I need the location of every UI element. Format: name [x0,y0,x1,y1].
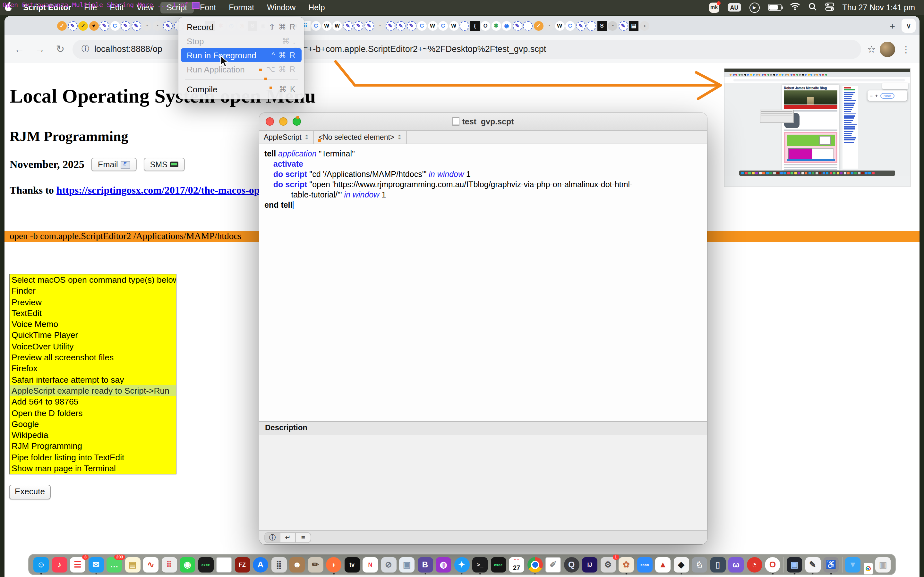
list-option[interactable]: Finder [10,285,176,297]
new-tab-button[interactable]: + [883,20,901,31]
browser-tab-favicon[interactable]: W [428,21,437,31]
dock-icon-textedit[interactable]: ✐ [545,557,561,572]
menubar-clock[interactable]: Thu 27 Nov 1:41 pm [842,3,915,12]
browser-tab-favicon[interactable]: ✎ [512,21,522,31]
dock-icon-launchpad[interactable]: ⠿ [162,557,177,572]
list-option[interactable]: Open the D folders [10,408,176,419]
tab-search-chevron-icon[interactable]: ∨ [901,19,916,33]
browser-tab-favicon[interactable]: ✎ [364,21,374,31]
wifi-icon[interactable] [790,3,800,12]
list-option[interactable]: Preview all screenshot files [10,352,176,363]
browser-tab-favicon[interactable]: ◔ [142,21,152,31]
dock-icon-screen-sharing[interactable]: ▣ [787,557,802,572]
dock-icon-apple-tv[interactable]: tv [344,557,360,572]
browser-tab-favicon[interactable]: W [322,21,331,31]
browser-tab-favicon[interactable]: ✎ [99,21,109,31]
browser-tab-favicon[interactable]: ✎ [131,21,141,31]
playback-menu-icon[interactable]: ▶ [749,2,759,13]
browser-tab-favicon[interactable] [523,21,533,31]
dock-icon-filezilla[interactable]: FZ [234,557,250,572]
dock-icon-inkscape[interactable]: ◆ [674,557,689,572]
dock-icon-prism-app[interactable]: ▲ [655,557,670,572]
list-option[interactable]: Wikipedia [10,430,176,441]
menu-item-run-application[interactable]: Run Application⌥ ⌘ R [181,62,302,76]
site-info-icon[interactable]: ⓘ [81,44,89,55]
browser-tab-favicon[interactable]: ◔ [152,21,162,31]
browser-tab-favicon[interactable]: S [597,21,607,31]
code-editor[interactable]: tell application "Terminal" activate do … [259,144,707,421]
sms-button[interactable]: SMS [144,158,184,171]
return-log-button[interactable]: ↵ [280,533,295,542]
language-popup[interactable]: AppleScript⇕ [259,131,314,143]
dock-icon-speedtest[interactable]: ◔ [746,557,762,572]
dock-icon-contacts[interactable]: ☻ [289,557,305,572]
dock-icon-iphone-mirroring[interactable]: ▯ [710,557,725,572]
menu-item-run-in-foreground[interactable]: Run in Foreground^ ⌘ R [181,48,302,62]
dock-icon-notes[interactable]: ▤ [125,557,140,572]
dock-icon-quicktime[interactable]: Q [564,557,579,572]
dock-icon-app-store[interactable]: A [253,557,268,572]
list-option[interactable]: RJM Programming [10,441,176,452]
battery-icon[interactable] [768,4,781,11]
browser-tab-favicon[interactable]: ✎ [618,21,628,31]
browser-tab-favicon[interactable]: G [417,21,427,31]
browser-tab-favicon[interactable]: ♥ [89,21,99,31]
dock-icon-podcasts[interactable]: ◍ [436,557,451,572]
menubar-item-format[interactable]: Format [222,2,260,13]
browser-tab-favicon[interactable]: ◑ [640,21,649,31]
list-option[interactable]: QuickTime Player [10,330,176,341]
browser-tab-favicon[interactable]: ✓ [533,21,543,31]
dock-icon-firefox[interactable]: ◗ [326,557,341,572]
browser-tab-favicon[interactable]: ✎ [68,21,78,31]
browser-tab-favicon[interactable] [586,21,596,31]
browser-tab-favicon[interactable]: ✎ [407,21,416,31]
forward-icon[interactable]: → [31,43,48,55]
browser-tab-favicon[interactable]: ▤ [629,21,638,31]
dock-icon-trash[interactable]: ▥ [875,557,891,572]
list-log-button[interactable]: ≡ [295,533,310,542]
menu-item-compile[interactable]: Compile⌘ K [181,82,302,96]
dock-icon-paint-palette[interactable]: ✿ [619,557,634,572]
dock-icon-finder[interactable]: ☺ [33,557,49,572]
browser-tab-favicon[interactable]: ✽ [491,21,501,31]
browser-tab-favicon[interactable]: ✎ [385,21,395,31]
menubar-item-window[interactable]: Window [260,2,302,13]
profile-avatar[interactable] [880,41,895,57]
browser-tab-favicon[interactable]: ◔ [544,21,554,31]
dock-icon-safari[interactable]: ✦ [454,557,469,572]
spotlight-search-icon[interactable] [808,2,817,13]
browser-tab-favicon[interactable]: W [333,21,342,31]
browser-tab-favicon[interactable]: O [481,21,490,31]
bookmark-star-icon[interactable]: ☆ [867,43,876,55]
back-icon[interactable]: ← [11,43,27,55]
dock-icon-music[interactable]: ♪ [52,557,67,572]
list-option[interactable]: TextEdit [10,308,176,319]
browser-tab-favicon[interactable]: ✎ [354,21,363,31]
input-source-badge[interactable]: AU [727,3,741,11]
element-popup[interactable]: <No selected element>⇕ [314,131,407,143]
dock-icon-cat-app[interactable]: ω [728,557,744,572]
execute-button[interactable]: Execute [9,485,51,500]
dock-icon-markup[interactable]: ✎ [805,557,821,572]
dock-icon-opera[interactable]: O [765,557,780,572]
dock-icon-news[interactable]: N [363,557,378,572]
dock-icon-accessibility[interactable]: ♿ [823,557,838,572]
dock-icon-freeform[interactable]: ∿ [143,557,158,572]
dock-icon-messages[interactable]: …203 [107,557,122,572]
browser-tab-favicon[interactable]: ✎ [396,21,405,31]
dock-icon-exec-script-2[interactable]: exec [491,557,506,572]
list-option[interactable]: Voice Memo [10,319,176,330]
browser-tab-favicon[interactable]: W [449,21,459,31]
dock-icon-zoom[interactable]: zoom [637,557,652,572]
dock-icon-reminders[interactable]: ☰3 [70,557,86,572]
dock-icon-calendar[interactable]: 27 [509,557,524,572]
browser-tab-favicon[interactable]: ✎ [163,21,173,31]
list-option[interactable]: AppleScript example ready to Script->Run [10,385,176,396]
dock-icon-prohibited[interactable]: ⊘ [381,557,396,572]
script-editor-titlebar[interactable]: test_gvp.scpt [259,113,707,131]
browser-tab-favicon[interactable]: G [565,21,575,31]
list-option[interactable]: Firefox [10,363,176,374]
email-button[interactable]: Email [91,158,137,171]
info-button[interactable]: ⓘ [265,533,280,542]
browser-tab-favicon[interactable]: ✎ [343,21,352,31]
